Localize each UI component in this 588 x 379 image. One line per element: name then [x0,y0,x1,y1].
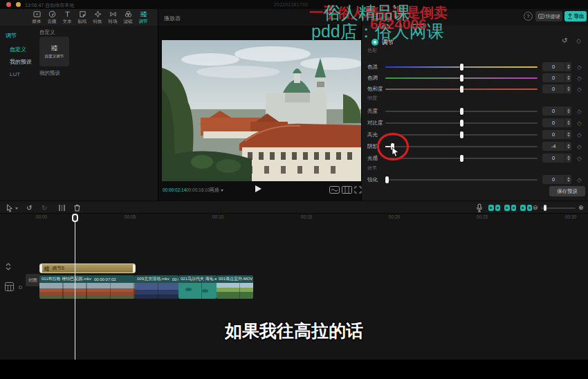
stepper[interactable] [564,107,571,115]
slider-handle[interactable] [460,155,463,162]
custom-adjust-tile[interactable]: 自定义调节 [39,37,69,66]
play-button[interactable] [255,185,261,192]
brightness-slider[interactable] [385,111,538,112]
stepper[interactable] [564,154,571,163]
preview-video[interactable] [162,40,361,181]
zoom-in-button[interactable]: ⊕ [578,203,584,212]
keyframe-icon[interactable]: ◇ [577,153,582,164]
stepper[interactable] [564,73,571,82]
collapse-tracks-icon[interactable] [3,263,13,270]
help-button[interactable]: ? [524,12,533,21]
record-voiceover-button[interactable] [476,203,483,212]
slider-handle[interactable] [460,75,463,82]
zoom-out-button[interactable]: ⊖ [533,203,538,212]
redo-button[interactable]: ↻ [42,203,47,212]
tab-adjust[interactable]: 调节 [136,10,151,25]
slider-handle[interactable] [460,108,463,115]
save-preset-button[interactable]: 保存预设 [549,186,585,196]
keyframe-icon[interactable]: ◇ [577,62,582,73]
cover-button[interactable]: 封面 [26,274,40,286]
tab-transition[interactable]: 转场 [105,10,120,25]
split-button[interactable] [58,204,66,212]
stepper[interactable] [564,130,571,139]
stepper[interactable] [564,142,571,151]
temperature-value-box[interactable]: 0 [542,62,571,71]
quality-dropdown[interactable]: 画质 [210,187,223,194]
keyframe-icon[interactable]: ◇ [577,129,582,140]
slider-handle[interactable] [460,131,463,138]
keyframe-icon[interactable]: ◇ [577,73,582,84]
shortcuts-button[interactable]: 快捷键 [535,11,562,21]
compare-view-button[interactable] [329,186,340,194]
export-button[interactable]: 导出 [564,11,587,21]
slider-handle[interactable] [460,64,463,71]
keyframe-icon[interactable]: ◇ [577,141,582,152]
shadow-value-box[interactable]: -4 [542,142,571,151]
stepper[interactable] [564,118,571,127]
saturation-slider[interactable] [385,89,538,90]
preview-axis-toggle[interactable] [520,205,532,211]
stepper[interactable] [564,175,571,184]
keyframe-icon[interactable]: ◇ [577,174,582,185]
cursor-icon [6,204,13,212]
delete-button[interactable] [73,204,81,212]
snap-toggle[interactable] [488,205,500,211]
timeline-zoom-handle[interactable] [544,205,546,211]
tab-effects[interactable]: 特效 [90,10,105,25]
split-icon [58,204,66,212]
video-clip-4[interactable]: 001海边室外.MOV00 [217,275,253,299]
saturation-value-box[interactable]: 0 [542,84,571,93]
tint-slider[interactable] [385,77,538,79]
adjust-clip[interactable]: 调节6 [39,264,136,273]
slider-row-tint: 色调 0 ◇ [362,73,588,84]
ratio-button[interactable] [342,186,352,194]
playhead-handle[interactable] [72,214,78,222]
sharpen-slider[interactable] [385,179,538,181]
clip-thumbnails [217,283,253,299]
light-sense-value-box[interactable]: 0 [542,154,571,163]
contrast-value-box[interactable]: 0 [542,118,571,127]
fullscreen-button[interactable] [354,186,362,194]
stepper[interactable] [564,62,571,71]
sidebar-item-custom[interactable]: 自定义 [10,46,26,53]
tab-filter[interactable]: 滤镜 [120,10,136,25]
close-window-button[interactable] [6,2,11,7]
video-clip-2[interactable]: 009北京湿地.mkv00:00:0 [135,275,178,299]
section-effect: 效果 [367,165,377,172]
undo-button[interactable]: ↺ [26,203,32,212]
keyframe-icon[interactable]: ◇ [577,118,582,129]
chevron-down-icon[interactable] [15,207,18,210]
slider-handle[interactable] [460,120,463,127]
slider-handle[interactable] [460,86,463,93]
keyframe-icon[interactable]: ◇ [577,106,582,117]
minimize-window-button[interactable] [16,2,21,7]
tint-value-box[interactable]: 0 [542,73,571,82]
track-mute-icon[interactable] [19,286,22,289]
temperature-slider[interactable] [385,66,538,68]
link-toggle[interactable] [504,205,516,211]
tab-audio[interactable]: 音频 [44,10,59,25]
slider-handle[interactable] [385,176,389,183]
sidebar-item-my-presets[interactable]: 我的预设 [10,58,32,66]
light-sense-slider[interactable] [385,158,538,159]
brightness-value-box[interactable]: 0 [542,107,571,115]
tab-text[interactable]: 文本 [59,10,75,25]
tab-sticker[interactable]: 贴纸 [75,10,90,25]
video-clip-3[interactable]: 021马尔代夫 海龟.avi [178,275,217,299]
chevron-down-icon [221,190,223,192]
contrast-slider[interactable] [385,122,538,124]
highlight-value-box[interactable]: 0 [542,130,571,139]
reset-icon[interactable]: ↺ [562,37,567,44]
ruler-tick: 00:00 [32,214,51,219]
keyframe-icon[interactable]: ◇ [577,84,582,95]
sharpen-value-box[interactable]: 0 [542,175,571,184]
keyframe-icon[interactable]: ◇ [576,37,581,44]
stepper[interactable] [564,84,571,93]
sidebar-item-adjust[interactable]: 调节 [6,32,17,39]
video-clip-1[interactable]: 011布拉格 维特巴花园.mkv00:00:07:02 [39,275,135,299]
tab-media[interactable]: 媒体 [29,10,44,25]
select-tool-button[interactable] [6,204,13,212]
sidebar-item-lut[interactable]: LUT [10,71,20,77]
highlight-slider[interactable] [385,134,538,136]
main-track-icon[interactable] [5,282,14,291]
